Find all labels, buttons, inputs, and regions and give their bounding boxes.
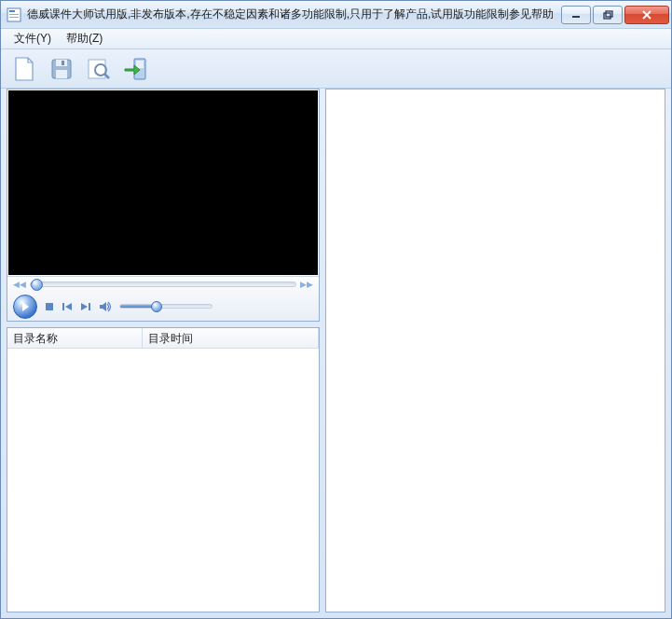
maximize-button[interactable]	[593, 6, 623, 24]
menu-file[interactable]: 文件(Y)	[7, 29, 59, 48]
left-column: ◀◀ ▶▶	[7, 89, 320, 612]
svg-rect-3	[9, 17, 19, 18]
col-header-time[interactable]: 目录时间	[143, 328, 319, 348]
seek-bar-row: ◀◀ ▶▶	[7, 277, 319, 292]
preview-icon	[86, 56, 112, 82]
stop-icon	[45, 302, 54, 311]
next-icon	[80, 302, 91, 311]
maximize-icon	[603, 10, 613, 20]
svg-rect-6	[606, 11, 612, 17]
next-button[interactable]	[80, 302, 91, 311]
seek-thumb[interactable]	[31, 279, 43, 291]
save-icon	[48, 56, 75, 82]
player-controls: ◀◀ ▶▶	[7, 276, 319, 321]
video-display[interactable]	[8, 90, 318, 275]
titlebar: 德威课件大师试用版,非发布版本,存在不稳定因素和诸多功能限制,只用于了解产品,试…	[1, 1, 671, 29]
content-area: ◀◀ ▶▶	[7, 89, 665, 612]
preview-button[interactable]	[81, 52, 117, 86]
svg-rect-5	[604, 13, 610, 19]
play-button[interactable]	[13, 295, 37, 319]
menu-help[interactable]: 帮助(Z)	[59, 29, 110, 48]
seek-back-icon[interactable]: ◀◀	[13, 280, 26, 289]
volume-button[interactable]	[99, 301, 112, 312]
catalog-header: 目录名称 目录时间	[7, 328, 319, 349]
svg-rect-2	[9, 14, 19, 15]
window-buttons	[559, 6, 669, 24]
menubar: 文件(Y) 帮助(Z)	[1, 29, 671, 49]
app-icon	[7, 7, 21, 22]
close-button[interactable]	[624, 6, 669, 24]
seek-slider[interactable]	[30, 282, 296, 287]
export-icon	[123, 56, 149, 82]
play-icon	[20, 301, 31, 312]
video-panel: ◀◀ ▶▶	[7, 89, 320, 322]
svg-rect-11	[56, 70, 67, 78]
svg-rect-20	[89, 303, 90, 310]
prev-icon	[62, 302, 73, 311]
svg-rect-18	[46, 303, 53, 310]
svg-rect-12	[62, 61, 64, 65]
catalog-panel: 目录名称 目录时间	[7, 327, 320, 612]
save-button[interactable]	[44, 52, 79, 86]
close-icon	[641, 10, 652, 20]
volume-icon	[99, 301, 112, 312]
window-title: 德威课件大师试用版,非发布版本,存在不稳定因素和诸多功能限制,只用于了解产品,试…	[27, 7, 559, 22]
new-button[interactable]	[7, 52, 42, 86]
minimize-button[interactable]	[561, 6, 591, 24]
svg-rect-19	[62, 303, 64, 310]
volume-thumb[interactable]	[151, 301, 162, 312]
minimize-icon	[571, 10, 581, 20]
col-header-name[interactable]: 目录名称	[7, 328, 143, 348]
catalog-list[interactable]	[7, 349, 319, 612]
prev-button[interactable]	[62, 302, 73, 311]
svg-rect-1	[9, 10, 15, 12]
toolbar	[1, 49, 671, 89]
app-window: 德威课件大师试用版,非发布版本,存在不稳定因素和诸多功能限制,只用于了解产品,试…	[0, 0, 672, 619]
seek-fwd-icon[interactable]: ▶▶	[300, 280, 313, 289]
main-panel[interactable]	[325, 89, 665, 612]
svg-rect-17	[136, 61, 144, 68]
volume-slider[interactable]	[119, 304, 213, 309]
stop-button[interactable]	[45, 302, 54, 311]
control-row	[7, 292, 319, 321]
export-button[interactable]	[118, 52, 154, 86]
new-file-icon	[11, 56, 37, 82]
